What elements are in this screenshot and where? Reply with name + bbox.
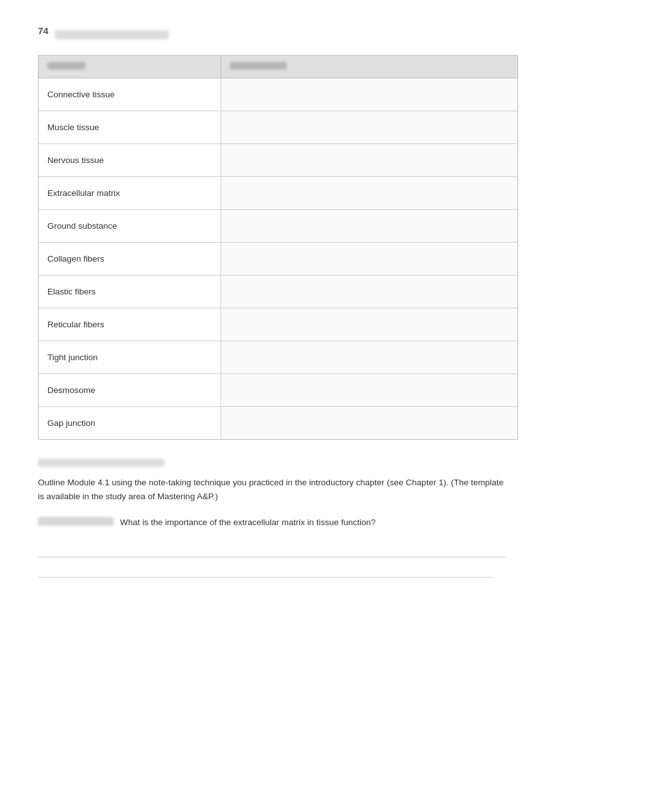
table-row: Elastic fibers xyxy=(39,276,517,308)
definition-cell xyxy=(221,374,517,407)
term-cell: Connective tissue xyxy=(39,78,221,111)
table-row: Extracellular matrix xyxy=(39,177,517,210)
definition-cell xyxy=(221,276,517,308)
table-row: Reticular fibers xyxy=(39,308,517,341)
table-row: Desmosome xyxy=(39,374,517,407)
term-cell: Ground substance xyxy=(39,210,221,243)
definition-header-blurred xyxy=(230,62,287,70)
answer-line-2 xyxy=(38,560,493,578)
question-label-blurred xyxy=(38,517,114,526)
page-number: 74 xyxy=(38,25,49,36)
term-cell: Desmosome xyxy=(39,374,221,407)
table-row: Collagen fibers xyxy=(39,243,517,276)
col-header-term xyxy=(39,56,221,78)
term-cell: Nervous tissue xyxy=(39,144,221,177)
definition-cell xyxy=(221,111,517,144)
outline-instruction: Outline Module 4.1 using the note-taking… xyxy=(38,476,505,503)
answer-lines xyxy=(38,540,505,578)
table-row: Tight junction xyxy=(39,341,517,374)
definition-cell xyxy=(221,243,517,276)
definition-cell xyxy=(221,308,517,341)
table-row: Connective tissue xyxy=(39,78,517,111)
definition-cell xyxy=(221,407,517,440)
term-cell: Extracellular matrix xyxy=(39,177,221,210)
term-cell: Muscle tissue xyxy=(39,111,221,144)
question-text: What is the importance of the extracellu… xyxy=(120,516,375,530)
definition-cell xyxy=(221,177,517,210)
table-row: Muscle tissue xyxy=(39,111,517,144)
definition-cell xyxy=(221,341,517,374)
col-header-definition xyxy=(221,56,517,78)
term-cell: Gap junction xyxy=(39,407,221,440)
section-header-blurred xyxy=(38,459,164,467)
term-cell: Collagen fibers xyxy=(39,243,221,276)
table-row: Gap junction xyxy=(39,407,517,440)
question-section: What is the importance of the extracellu… xyxy=(38,516,518,530)
table-row: Nervous tissue xyxy=(39,144,517,177)
term-cell: Elastic fibers xyxy=(39,276,221,308)
vocabulary-table: Connective tissueMuscle tissueNervous ti… xyxy=(38,55,518,440)
table-row: Ground substance xyxy=(39,210,517,243)
definition-cell xyxy=(221,144,517,177)
definition-cell xyxy=(221,210,517,243)
page-title-blurred xyxy=(55,30,169,39)
answer-line-1 xyxy=(38,540,505,557)
term-header-blurred xyxy=(47,62,85,70)
term-cell: Reticular fibers xyxy=(39,308,221,341)
definition-cell xyxy=(221,78,517,111)
term-cell: Tight junction xyxy=(39,341,221,374)
